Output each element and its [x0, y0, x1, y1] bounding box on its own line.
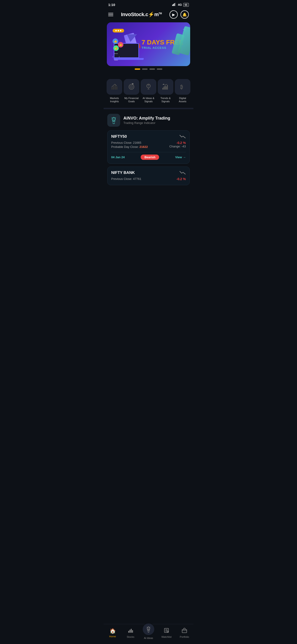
- ainvo-subtitle: Trading Range Indicator: [124, 121, 170, 124]
- nifty-bank-trend-icon: [179, 170, 186, 176]
- nifty-bank-pct: -0.2 %: [176, 177, 186, 181]
- like-icon-pink: 👍: [118, 42, 124, 48]
- nifty-bank-right: -0.2 %: [176, 177, 186, 181]
- signal-icon: [172, 3, 176, 7]
- sidebar-item-digital-assets[interactable]: ₿ DigitalAssets: [174, 79, 191, 103]
- dot-4[interactable]: [157, 68, 162, 70]
- status-icons: 4G 65: [172, 3, 189, 7]
- nifty50-left: Previous Close: 21665 Probable Day Close…: [111, 141, 148, 149]
- nifty-bank-prev-close: Previous Close: 47761: [111, 177, 141, 180]
- sidebar-item-financial-goals[interactable]: $ My FinancialGoals: [123, 79, 140, 103]
- chat-bubble: [112, 29, 124, 32]
- svg-rect-22: [166, 86, 167, 90]
- svg-rect-2: [174, 3, 175, 6]
- nifty50-trend-icon: [179, 134, 186, 140]
- nifty-bank-name: NIFTY BANK: [111, 170, 135, 175]
- logo-tm: TM: [159, 12, 162, 15]
- hamburger-menu[interactable]: [108, 13, 113, 16]
- nifty50-pct: -0.2 %: [169, 141, 186, 145]
- svg-rect-7: [116, 86, 118, 90]
- nifty-bank-middle: Previous Close: 47761 -0.2 %: [111, 177, 186, 181]
- ainvo-info: AiNVO: Amplify Trading Trading Range Ind…: [124, 116, 170, 124]
- markets-insights-icon: [106, 79, 122, 95]
- svg-rect-1: [173, 4, 174, 6]
- ainvo-header: AiNVO: Amplify Trading Trading Range Ind…: [107, 114, 190, 127]
- like-icon-blue: 👍: [112, 38, 118, 44]
- nifty50-signal-badge: Bearish: [141, 154, 159, 160]
- markets-insights-label: MarketsInsights: [110, 96, 119, 103]
- svg-rect-19: [162, 88, 163, 90]
- nifty50-prob-val: 21622: [140, 145, 148, 148]
- nifty-bank-card[interactable]: NIFTY BANK Previous Close: 47761 -0.2 %: [107, 166, 190, 185]
- app-logo: InvoStock.c⚡mTM: [121, 12, 162, 18]
- trends-signals-icon: [158, 79, 173, 95]
- nifty50-bottom: 04 Jan 24 Bearish View →: [111, 152, 186, 160]
- dot-3[interactable]: [150, 68, 155, 70]
- svg-line-31: [115, 118, 116, 118]
- nifty50-middle: Previous Close: 21665 Probable Day Close…: [111, 141, 186, 149]
- svg-rect-20: [164, 86, 164, 90]
- network-label: 4G: [178, 3, 182, 6]
- svg-rect-4: [112, 87, 112, 90]
- sidebar-item-ai-ideas[interactable]: AI Ideas &Signals: [140, 79, 157, 103]
- play-button[interactable]: ▶: [170, 10, 178, 19]
- battery-icon: 65: [183, 3, 189, 7]
- svg-text:₿: ₿: [180, 84, 183, 90]
- svg-point-18: [148, 86, 149, 86]
- logo-text-end: m: [154, 12, 159, 17]
- promo-banner-container: + 👍 👍 👍: [104, 22, 194, 77]
- quick-menu: MarketsInsights $ My FinancialGoals: [104, 77, 194, 108]
- status-time: 1:10: [108, 3, 115, 7]
- dot-2[interactable]: [142, 68, 148, 70]
- nifty50-view-link[interactable]: View →: [175, 156, 186, 159]
- trends-signals-label: Trends &Signals: [160, 96, 170, 103]
- svg-text:$: $: [132, 83, 133, 84]
- nifty50-card[interactable]: NIFTY50 Previous Close: 21665 Probable D…: [107, 130, 190, 164]
- nifty50-name: NIFTY50: [111, 134, 127, 139]
- ai-ideas-label: AI Ideas &Signals: [143, 96, 154, 103]
- logo-bolt: ⚡: [148, 12, 154, 17]
- svg-rect-23: [167, 85, 168, 90]
- logo-text-start: InvoStock.c: [121, 12, 148, 17]
- ainvo-icon: [107, 114, 120, 127]
- ainvo-section: AiNVO: Amplify Trading Trading Range Ind…: [104, 109, 194, 191]
- nifty-bank-left: Previous Close: 47761: [111, 177, 141, 181]
- status-bar: 1:10 4G 65: [104, 0, 194, 8]
- financial-goals-icon: $: [124, 79, 139, 95]
- svg-point-10: [131, 86, 132, 87]
- nifty50-prob-close: Probable Day Close: 21622: [111, 145, 148, 148]
- nifty50-prev-close: Previous Close: 21665: [111, 141, 148, 144]
- svg-point-25: [163, 84, 164, 84]
- header-actions: ▶ 🔔: [170, 10, 189, 19]
- dot-1[interactable]: [135, 68, 140, 70]
- sidebar-item-trends[interactable]: Trends &Signals: [157, 79, 174, 103]
- financial-goals-label: My FinancialGoals: [124, 96, 138, 103]
- nifty50-date: 04 Jan 24: [111, 156, 125, 159]
- ainvo-title: AiNVO: Amplify Trading: [124, 116, 170, 121]
- svg-rect-21: [164, 86, 166, 90]
- ai-ideas-icon: [141, 79, 156, 95]
- like-icon-green: 👍: [113, 45, 119, 51]
- svg-rect-0: [172, 4, 173, 6]
- notification-bell[interactable]: 🔔: [180, 10, 189, 19]
- nifty50-top: NIFTY50: [111, 134, 186, 140]
- sidebar-item-markets-insights[interactable]: MarketsInsights: [106, 79, 123, 103]
- nifty50-change: Change: -43: [169, 145, 186, 148]
- nifty-bank-top: NIFTY BANK: [111, 170, 186, 176]
- app-header: InvoStock.c⚡mTM ▶ 🔔: [104, 8, 194, 22]
- svg-point-28: [113, 118, 114, 120]
- svg-line-30: [112, 118, 112, 118]
- promo-banner[interactable]: + 👍 👍 👍: [107, 22, 190, 66]
- svg-rect-5: [113, 86, 114, 90]
- digital-assets-icon: ₿: [175, 79, 190, 95]
- banner-dots: [107, 66, 190, 74]
- digital-assets-label: DigitalAssets: [179, 96, 186, 103]
- nifty50-right: -0.2 % Change: -43: [169, 141, 186, 149]
- svg-rect-3: [175, 3, 176, 6]
- svg-rect-6: [115, 84, 116, 90]
